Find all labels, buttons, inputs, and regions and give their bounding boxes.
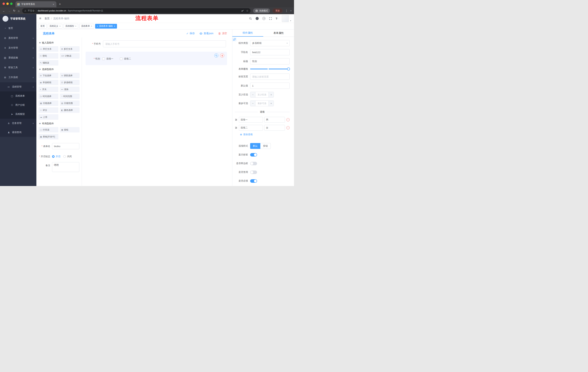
security-label[interactable]: 不安全: [28, 9, 35, 12]
reload-icon[interactable]: ↻: [13, 9, 15, 12]
sidebar-item-infra[interactable]: ▤ 基础设施 ∨: [0, 53, 36, 63]
palette-item-table[interactable]: ▩表格[开发中]: [39, 134, 58, 139]
tag-close-icon[interactable]: ×: [75, 25, 76, 28]
browser-menu-icon[interactable]: ⋮: [285, 9, 288, 12]
palette-item-date-range[interactable]: ▤日期范围: [60, 100, 80, 106]
palette-item-date-picker[interactable]: ▦日期选择: [39, 100, 58, 106]
title-input[interactable]: [250, 58, 290, 64]
style-default-button[interactable]: 默认: [250, 143, 260, 149]
palette-item-counter[interactable]: 123计数器: [60, 53, 80, 59]
tag-home[interactable]: 首页: [39, 24, 47, 29]
sidebar-item-leave-query[interactable]: ♟ 请假查询: [0, 128, 36, 137]
remove-option-button[interactable]: −: [286, 118, 290, 121]
min-select-input[interactable]: 至少应选: [255, 92, 269, 97]
palette-item-slider[interactable]: ⊷滑块: [60, 87, 80, 92]
sidebar-item-system[interactable]: ⚙ 系统管理 ∨: [0, 33, 36, 43]
radio-open[interactable]: 开启: [52, 155, 60, 158]
palette-item-dropdown[interactable]: ⊚下拉选择: [39, 73, 58, 78]
palette-item-switch[interactable]: ◐开关: [39, 87, 58, 92]
component-type-select[interactable]: 多选框组 ▾: [250, 40, 290, 46]
clear-button[interactable]: 清空: [218, 32, 227, 35]
browser-update-button[interactable]: 更新: [273, 8, 283, 13]
option-label-input[interactable]: [239, 125, 263, 131]
decrease-button[interactable]: −: [250, 92, 255, 97]
browser-tab[interactable]: 芋道管理系统 ×: [15, 1, 56, 7]
increase-button[interactable]: +: [269, 101, 274, 106]
palette-item-color-picker[interactable]: ◧颜色选择: [60, 107, 80, 113]
selected-component-gender[interactable]: 性别 选项一 选项二: [85, 52, 227, 65]
palette-item-editor[interactable]: ✎编辑器: [39, 60, 58, 65]
sidebar-item-user-group[interactable]: ⚇ 用户分组: [0, 100, 36, 110]
form-remark-textarea[interactable]: 嘿嘿: [52, 162, 79, 172]
palette-item-rate[interactable]: ☆评分: [39, 107, 58, 113]
avatar-chevron-down-icon[interactable]: ▾: [290, 20, 291, 22]
palette-item-single-text[interactable]: ▭单行文本: [39, 46, 58, 52]
minimize-window-button[interactable]: [6, 2, 9, 5]
disabled-toggle[interactable]: [250, 170, 257, 174]
breadcrumb-home[interactable]: 首页: [45, 17, 50, 20]
palette-item-button[interactable]: ▣按钮: [60, 127, 80, 132]
drag-handle-icon[interactable]: [235, 118, 237, 121]
fullscreen-icon[interactable]: [269, 17, 272, 20]
option-label-input[interactable]: [239, 117, 263, 123]
tab-close-icon[interactable]: ×: [52, 3, 55, 6]
palette-item-time-picker[interactable]: ◷时间选择: [39, 94, 58, 99]
palette-item-row-container[interactable]: ▢行容器: [39, 127, 58, 132]
label-width-input[interactable]: [250, 74, 290, 80]
phone-field-row[interactable]: 手机号: [86, 40, 226, 47]
max-select-input[interactable]: 最多可选: [255, 101, 269, 106]
form-name-input[interactable]: [52, 143, 79, 149]
required-toggle[interactable]: [250, 179, 257, 183]
forward-icon[interactable]: →: [8, 9, 10, 12]
tag-close-icon[interactable]: ×: [114, 25, 115, 28]
add-option-button[interactable]: ⊕ 添加选项: [240, 133, 290, 136]
tag-process-form-edit[interactable]: ● 流程表单-编辑 ×: [95, 24, 117, 29]
copy-component-button[interactable]: [214, 53, 218, 57]
sidebar-item-workflow[interactable]: ⊞ 工作流程 ∧: [0, 73, 36, 82]
checkbox-option-1[interactable]: 选项一: [102, 57, 113, 60]
decrease-button[interactable]: −: [250, 101, 255, 106]
sidebar-collapse-icon[interactable]: ≡: [39, 17, 41, 20]
drag-handle-icon[interactable]: [235, 127, 237, 129]
tag-close-icon[interactable]: ×: [91, 25, 92, 28]
option-value-input[interactable]: [264, 117, 285, 123]
back-icon[interactable]: ←: [2, 9, 5, 12]
sidebar-item-task-mgmt[interactable]: ⋔ 任务管理 ∨: [0, 119, 36, 128]
border-toggle[interactable]: [250, 162, 257, 165]
font-size-icon[interactable]: T↕: [276, 17, 278, 20]
tag-close-icon[interactable]: ×: [59, 25, 61, 28]
remove-option-button[interactable]: −: [286, 126, 290, 129]
palette-item-cascader[interactable]: ⋔级联选择: [60, 73, 80, 78]
github-icon[interactable]: [256, 17, 259, 20]
slider-handle[interactable]: [287, 67, 290, 70]
show-label-toggle[interactable]: [250, 153, 257, 157]
sidebar-item-process-form[interactable]: ▢ 流程表单: [0, 91, 36, 100]
phone-field-input[interactable]: [103, 40, 226, 47]
zoom-window-button[interactable]: [10, 2, 12, 5]
user-avatar[interactable]: [282, 15, 289, 22]
tag-process-model[interactable]: 流程模型 ×: [63, 24, 78, 29]
tab-component-props[interactable]: 组件属性: [232, 30, 263, 37]
sidebar-item-dev-tools[interactable]: ⚒ 研发工具 ∨: [0, 63, 36, 73]
help-icon[interactable]: ?: [262, 17, 265, 20]
palette-item-radio-group[interactable]: ◉单选框组: [39, 80, 58, 85]
sidebar-item-process-mgmt[interactable]: ≔ 流程管理 ∧: [0, 82, 36, 91]
grid-slider[interactable]: [250, 69, 289, 69]
password-key-icon[interactable]: [241, 10, 244, 12]
delete-component-button[interactable]: [220, 53, 224, 57]
close-window-button[interactable]: [2, 2, 5, 5]
palette-item-checkbox-group[interactable]: ☑多选框组: [60, 80, 80, 85]
chevron-down-icon[interactable]: ▾: [290, 10, 292, 12]
sidebar-item-pay[interactable]: ¥ 支付管理 ∨: [0, 43, 36, 53]
new-tab-button[interactable]: +: [56, 2, 63, 7]
tag-process-form[interactable]: 流程表单 ×: [79, 24, 94, 29]
checkbox-option-2[interactable]: 选项二: [120, 57, 131, 60]
palette-item-time-range[interactable]: ◔时间范围: [60, 94, 80, 99]
sidebar-item-home[interactable]: ◔ 首页: [0, 23, 36, 33]
sidebar-logo[interactable]: 芋道管理系统: [0, 14, 36, 23]
field-name-input[interactable]: [250, 49, 290, 55]
default-value-input[interactable]: [250, 83, 290, 89]
tab-form-props[interactable]: 表单属性: [263, 30, 294, 37]
search-icon[interactable]: [249, 17, 252, 20]
radio-closed[interactable]: 关闭: [63, 155, 72, 158]
